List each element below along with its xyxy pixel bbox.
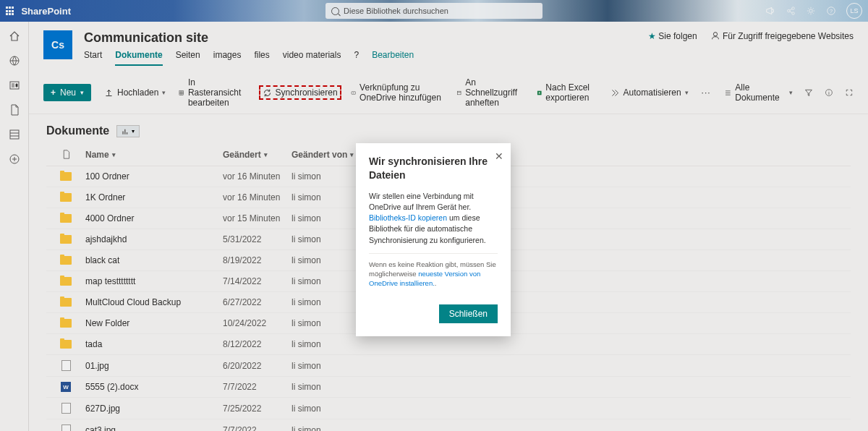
modified-by: li simon <box>292 404 364 414</box>
svg-rect-13 <box>457 91 461 95</box>
col-modified-by[interactable]: Geändert von ▾ <box>292 149 364 160</box>
avatar[interactable]: LS <box>846 3 862 19</box>
app-name[interactable]: SharePoint <box>21 6 71 17</box>
gear-icon[interactable] <box>806 6 816 16</box>
modified-date: 10/24/2022 <box>223 318 292 328</box>
folder-icon <box>60 235 72 244</box>
upload-icon <box>104 88 114 98</box>
automate-button[interactable]: Automatisieren▾ <box>610 88 689 98</box>
modified-by: li simon <box>292 339 364 349</box>
modified-date: vor 16 Minuten <box>223 192 292 202</box>
info-icon[interactable] <box>825 88 833 98</box>
col-name[interactable]: Name ▾ <box>85 149 223 160</box>
nav-tab-start[interactable]: Start <box>84 50 102 66</box>
list-icon[interactable] <box>9 129 20 140</box>
nav-tab-images[interactable]: images <box>213 50 242 66</box>
modified-by: li simon <box>292 276 364 286</box>
table-row[interactable]: 01.jpg6/20/2022li simon <box>46 355 851 377</box>
export-excel-button[interactable]: XNach Excel exportieren <box>537 82 597 103</box>
chevron-down-icon: ▾ <box>112 151 116 158</box>
site-header: Cs Communication site StartDokumenteSeit… <box>29 22 868 66</box>
folder-icon <box>60 214 72 223</box>
table-row[interactable]: tada8/12/2022li simon <box>46 334 851 355</box>
modified-date: vor 15 Minuten <box>223 213 292 223</box>
modified-date: 8/19/2022 <box>223 255 292 265</box>
add-icon[interactable] <box>9 153 20 165</box>
table-row[interactable]: cat3.jpg7/7/2022li simon <box>46 419 851 431</box>
file-name[interactable]: cat3.jpg <box>85 425 223 432</box>
modified-date: 7/14/2022 <box>223 276 292 286</box>
file-icon[interactable] <box>9 104 20 116</box>
upload-button[interactable]: Hochladen▾ <box>104 88 166 98</box>
modified-by: li simon <box>292 318 364 328</box>
news-icon[interactable] <box>9 80 20 91</box>
file-name[interactable]: map testttttttt <box>85 276 223 286</box>
share-icon[interactable] <box>786 6 796 16</box>
file-name[interactable]: 4000 Ordner <box>85 213 223 223</box>
file-name[interactable]: 100 Ordner <box>85 171 223 182</box>
col-icon[interactable] <box>46 149 85 160</box>
home-icon[interactable] <box>9 30 20 42</box>
modified-by: li simon <box>292 297 364 307</box>
star-icon: ★ <box>648 31 656 41</box>
nav-tab-bearbeiten[interactable]: Bearbeiten <box>372 50 414 66</box>
dialog-text-2: Wenn es keine Reaktion gibt, müssen Sie … <box>369 260 498 289</box>
file-name[interactable]: 01.jpg <box>85 361 223 371</box>
copy-id-link[interactable]: Bibliotheks-ID kopieren <box>369 213 447 222</box>
sync-button[interactable]: Synchronisieren <box>263 88 338 98</box>
expand-icon[interactable] <box>845 88 854 98</box>
folder-icon <box>60 277 72 286</box>
modified-date: 6/27/2022 <box>223 297 292 307</box>
site-logo[interactable]: Cs <box>43 30 72 59</box>
command-bar: +Neu▾ Hochladen▾ In Rasteransicht bearbe… <box>29 72 868 114</box>
nav-tab-video materials[interactable]: video materials <box>283 50 341 66</box>
file-name[interactable]: black cat <box>85 255 223 265</box>
app-launcher-icon[interactable] <box>6 7 14 14</box>
nav-tab-?[interactable]: ? <box>354 50 359 66</box>
nav-tab-dokumente[interactable]: Dokumente <box>115 50 162 66</box>
file-name[interactable]: New Folder <box>85 318 223 328</box>
file-name[interactable]: 5555 (2).docx <box>85 382 223 392</box>
divider <box>369 253 498 254</box>
nav-tab-seiten[interactable]: Seiten <box>176 50 200 66</box>
table-row[interactable]: 627D.jpg7/25/2022li simon <box>46 398 851 419</box>
modified-date: 8/12/2022 <box>223 339 292 349</box>
modified-date: vor 16 Minuten <box>223 171 292 182</box>
file-name[interactable]: tada <box>85 339 223 349</box>
grid-icon <box>179 88 184 98</box>
modified-by: li simon <box>292 171 364 182</box>
file-name[interactable]: MultCloud Cloud Backup <box>85 297 223 307</box>
site-nav: StartDokumenteSeitenimagesfilesvideo mat… <box>84 50 414 66</box>
shared-sites-link[interactable]: Für Zugriff freigegebene Websites <box>710 30 854 41</box>
modified-date: 7/7/2022 <box>223 425 292 432</box>
folder-icon <box>60 298 72 307</box>
dialog-close-button[interactable]: Schließen <box>439 304 498 323</box>
folder-icon <box>60 256 72 265</box>
more-button[interactable]: ··· <box>702 88 711 98</box>
onedrive-shortcut-button[interactable]: Verknüpfung zu OneDrive hinzufügen <box>351 82 443 103</box>
filter-icon[interactable] <box>804 88 813 98</box>
modified-by: li simon <box>292 192 364 202</box>
grid-edit-button[interactable]: In Rasteransicht bearbeiten <box>179 77 249 108</box>
globe-icon[interactable] <box>9 55 20 67</box>
nav-tab-files[interactable]: files <box>254 50 269 66</box>
chart-toggle[interactable]: ▾ <box>116 125 140 137</box>
page-title: Dokumente <box>46 124 109 137</box>
modified-date: 7/7/2022 <box>223 382 292 392</box>
megaphone-icon[interactable] <box>765 6 775 16</box>
modified-by: li simon <box>292 425 364 432</box>
site-title[interactable]: Communication site <box>84 30 414 46</box>
file-name[interactable]: 1K Ordner <box>85 192 223 202</box>
view-selector[interactable]: Alle Dokumente▾ <box>724 82 793 103</box>
close-button[interactable]: ✕ <box>495 150 503 162</box>
file-name[interactable]: 627D.jpg <box>85 404 223 414</box>
follow-link[interactable]: ★ Sie folgen <box>648 31 697 41</box>
help-icon[interactable]: ? <box>826 6 836 16</box>
table-row[interactable]: W5555 (2).docx7/7/2022li simon <box>46 377 851 398</box>
new-button[interactable]: +Neu▾ <box>43 84 91 101</box>
file-name[interactable]: ajshdajkhd <box>85 234 223 244</box>
list-icon <box>724 88 732 98</box>
pin-quickaccess-button[interactable]: An Schnellzugriff anheften <box>456 77 524 108</box>
col-modified[interactable]: Geändert ▾ <box>223 149 292 160</box>
search-input[interactable]: Diese Bibliothek durchsuchen <box>326 3 542 19</box>
